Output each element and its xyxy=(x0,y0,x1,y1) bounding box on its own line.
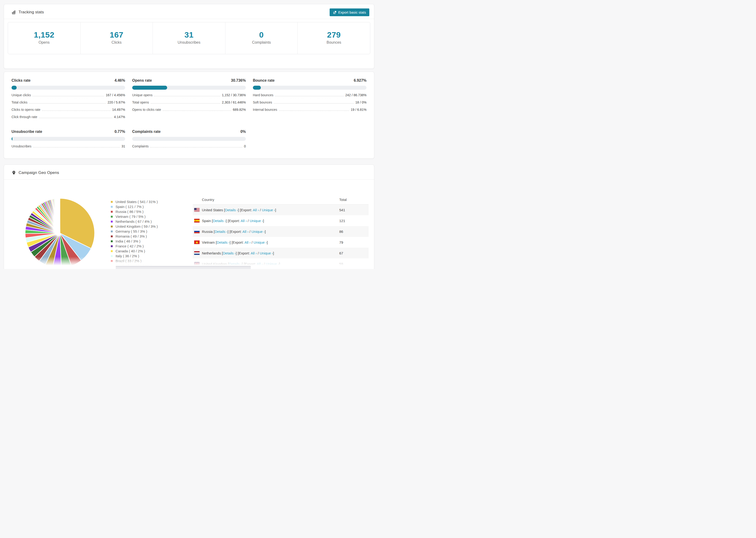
export-all-link[interactable]: All › xyxy=(243,230,249,234)
tracking-stats-card: Tracking stats Export basic stats 1,152 … xyxy=(4,4,374,69)
details-link[interactable]: Details › xyxy=(215,230,228,234)
total-cell: 67 xyxy=(339,251,369,255)
stat-row: Unsubscribes31 xyxy=(12,144,125,148)
legend-item: Canada ( 40 / 2% ) xyxy=(110,248,158,253)
summary-stats-row: 1,152 Opens 167 Clicks 31 Unsubscribes 0… xyxy=(8,22,370,54)
unsubscribe-rate-progressbar xyxy=(12,137,125,141)
complaints-rate-progressbar xyxy=(132,137,246,141)
export-unique-link[interactable]: Unique › xyxy=(260,251,273,255)
legend-swatch xyxy=(110,220,113,223)
legend-swatch xyxy=(110,210,113,213)
export-unique-link[interactable]: Unique › xyxy=(251,230,265,234)
bounces-count: 279 xyxy=(299,30,368,39)
details-link[interactable]: Details › xyxy=(213,219,226,223)
table-row: Russia [Details ›] [Export: All › / Uniq… xyxy=(193,226,369,237)
table-row: United States [Details ›] [Export: All ›… xyxy=(193,204,369,215)
unsubscribe-rate-percent: 0.77% xyxy=(115,130,125,134)
stat-row: Hard bounces242 / 86.738% xyxy=(253,93,366,97)
details-link[interactable]: Details › xyxy=(229,262,242,266)
unsubscribes-label: Unsubscribes xyxy=(155,40,223,45)
export-all-link[interactable]: All › xyxy=(241,219,247,223)
total-cell: 541 xyxy=(339,208,369,212)
stat-row: Opens to clicks rate689.82% xyxy=(132,108,246,112)
legend-swatch xyxy=(110,205,113,208)
united-kingdom-flag-icon xyxy=(194,262,199,266)
export-icon xyxy=(333,11,337,14)
stat-row: Total opens2,303 / 61.446% xyxy=(132,100,246,104)
export-all-link[interactable]: All › xyxy=(251,251,257,255)
country-cell-text: Spain [Details ›] [Export: All › / Uniqu… xyxy=(202,219,264,223)
location-pin-icon xyxy=(12,170,16,175)
complaints-count: 0 xyxy=(227,30,296,39)
details-link[interactable]: Details › xyxy=(225,208,238,212)
table-row: Netherlands [Details ›] [Export: All › /… xyxy=(193,248,369,258)
bar-chart-icon xyxy=(12,10,16,15)
opens-label: Opens xyxy=(10,40,79,45)
bounces-label: Bounces xyxy=(299,40,368,45)
stat-row: Unique opens1,152 / 30.736% xyxy=(132,93,246,97)
total-cell: 86 xyxy=(339,230,369,234)
complaints-rate-percent: 0% xyxy=(241,130,246,134)
campaign-geo-opens-card: Campaign Geo Opens United States ( 541 /… xyxy=(4,165,374,269)
export-unique-link[interactable]: Unique › xyxy=(262,208,275,212)
united-states-flag-icon xyxy=(194,208,199,212)
export-basic-stats-button[interactable]: Export basic stats xyxy=(330,9,369,16)
geo-opens-pie-chart[interactable] xyxy=(24,197,95,269)
rates-card: Clicks rate 4.46% Unique clicks167 / 4.4… xyxy=(4,72,374,159)
country-cell-text: Vietnam [Details ›] [Export: All › / Uni… xyxy=(202,241,268,244)
stat-row: Clicks to opens rate14.497% xyxy=(12,108,125,112)
table-row: Vietnam [Details ›] [Export: All › / Uni… xyxy=(193,237,369,248)
opens-rate-progressbar xyxy=(132,86,246,90)
opens-rate-title: Opens rate xyxy=(132,79,152,82)
complaints-rate-title: Complaints rate xyxy=(132,130,161,134)
geo-opens-title: Campaign Geo Opens xyxy=(19,170,59,175)
export-unique-link[interactable]: Unique › xyxy=(266,262,279,266)
vietnam-flag-icon xyxy=(194,241,199,244)
legend-item: Russia ( 86 / 5% ) xyxy=(110,209,158,214)
legend-item: Vietnam ( 79 / 5% ) xyxy=(110,214,158,219)
tracking-stats-page: Tracking stats Export basic stats 1,152 … xyxy=(0,0,378,269)
horizontal-scrollbar[interactable] xyxy=(116,266,251,269)
stat-row: Click through rate4.147% xyxy=(12,115,125,119)
export-unique-link[interactable]: Unique › xyxy=(253,241,267,244)
legend-item: Netherlands ( 67 / 4% ) xyxy=(110,219,158,224)
legend-item: Spain ( 121 / 7% ) xyxy=(110,204,158,209)
tracking-stats-header: Tracking stats Export basic stats xyxy=(4,4,374,19)
stat-row: Complaints0 xyxy=(132,144,246,148)
geo-opens-table: Country Total United States [Details ›] … xyxy=(193,195,369,269)
spain-flag-icon xyxy=(194,219,199,223)
netherlands-flag-icon xyxy=(194,251,199,255)
legend-swatch xyxy=(110,245,113,248)
details-link[interactable]: Details › xyxy=(223,251,236,255)
legend-item: United Kingdom ( 59 / 3% ) xyxy=(110,224,158,229)
summary-bounces: 279 Bounces xyxy=(298,22,370,54)
opens-rate-block: Opens rate 30.736% Unique opens1,152 / 3… xyxy=(132,79,246,119)
export-all-link[interactable]: All › xyxy=(244,241,251,244)
export-button-label: Export basic stats xyxy=(338,10,366,14)
export-unique-link[interactable]: Unique › xyxy=(249,219,263,223)
clicks-count: 167 xyxy=(82,30,151,39)
legend-swatch xyxy=(110,260,113,262)
summary-complaints: 0 Complaints xyxy=(225,22,298,54)
stat-row: Soft bounces18 / 0% xyxy=(253,100,366,104)
export-all-link[interactable]: All › xyxy=(257,262,263,266)
bounce-rate-percent: 6.927% xyxy=(354,79,366,82)
legend-item: Germany ( 55 / 3% ) xyxy=(110,229,158,234)
legend-swatch xyxy=(110,265,113,267)
unsubscribe-rate-block: Unsubscribe rate 0.77% Unsubscribes31 xyxy=(12,130,125,148)
legend-swatch xyxy=(110,200,113,203)
unsubscribe-rate-title: Unsubscribe rate xyxy=(12,130,42,134)
country-column-header: Country xyxy=(193,198,339,202)
legend-item: Brazil ( 33 / 2% ) xyxy=(110,258,158,263)
details-link[interactable]: Details › xyxy=(217,241,230,244)
unsubscribes-count: 31 xyxy=(155,30,223,39)
bounce-rate-title: Bounce rate xyxy=(253,79,274,82)
legend-item: Italy ( 36 / 2% ) xyxy=(110,253,158,258)
geo-table-header: Country Total xyxy=(193,195,369,204)
complaints-rate-block: Complaints rate 0% Complaints0 xyxy=(132,130,246,148)
russia-flag-icon xyxy=(194,230,199,233)
country-cell-text: United States [Details ›] [Export: All ›… xyxy=(202,208,276,212)
legend-swatch xyxy=(110,240,113,243)
country-cell-text: Russia [Details ›] [Export: All › / Uniq… xyxy=(202,230,266,234)
export-all-link[interactable]: All › xyxy=(253,208,259,212)
